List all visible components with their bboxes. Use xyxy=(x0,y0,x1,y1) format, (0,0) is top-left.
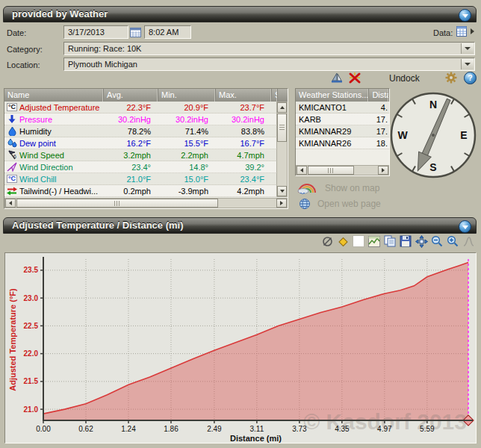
measurement-row[interactable]: °CWind Chill21.0°F15.0°F23.4°F xyxy=(4,173,288,185)
collapse-weather-button[interactable] xyxy=(459,9,471,22)
measurements-vscrollbar[interactable] xyxy=(276,102,288,197)
data-label: Data: xyxy=(433,28,453,37)
location-dropdown-button[interactable] xyxy=(461,59,474,69)
station-row[interactable]: KARB17. xyxy=(296,113,389,125)
scroll-right-button[interactable] xyxy=(276,199,287,208)
hscroll-thumb[interactable] xyxy=(308,166,354,175)
measurements-table: NameAvg.Min.Max.Sel °CAdjusted Temperatu… xyxy=(4,88,288,209)
compass-south-label: S xyxy=(429,161,436,173)
measurement-value: 0.2mph xyxy=(104,187,158,196)
station-distance: 18. xyxy=(369,139,389,148)
station-name: KARB xyxy=(296,115,369,124)
station-flag-icon xyxy=(330,72,344,84)
show-on-map-link[interactable]: Show on map xyxy=(297,182,379,194)
scroll-left-button[interactable] xyxy=(5,199,16,208)
chart-canvas[interactable]: © Kasdorf 201321.021.522.022.523.023.50.… xyxy=(4,252,477,444)
station-row[interactable]: KMICANTO14. xyxy=(296,102,389,113)
column-header-sel[interactable]: Sel xyxy=(272,89,278,102)
grip-icon xyxy=(279,125,285,131)
stations-hscrollbar[interactable] xyxy=(296,165,389,175)
undock-button[interactable]: Undock xyxy=(389,73,420,84)
marker-style-button[interactable] xyxy=(336,234,350,248)
null-series-button[interactable] xyxy=(320,234,334,248)
measurements-body: °CAdjusted Temperature22.3°F20.9°F23.7°F… xyxy=(4,102,288,197)
stations-column-header[interactable]: Weather Stations... xyxy=(296,89,369,102)
compass-west-label: W xyxy=(397,129,408,141)
svg-text:4.97: 4.97 xyxy=(377,425,392,433)
save-button[interactable] xyxy=(399,234,412,248)
measurement-row[interactable]: Wind Direction23.4°14.8°39.2° xyxy=(4,161,288,173)
svg-text:1.86: 1.86 xyxy=(164,425,179,433)
help-button[interactable]: ? xyxy=(464,72,477,84)
data-button[interactable] xyxy=(455,25,468,38)
scroll-down-button[interactable] xyxy=(277,186,287,196)
date-input[interactable]: 3/17/2013 xyxy=(63,25,128,39)
x-axis-title: Distance (mi) xyxy=(230,434,282,443)
measurement-value: 39.2° xyxy=(216,163,272,172)
vscroll-thumb[interactable] xyxy=(277,113,287,142)
stations-column-header[interactable]: Dista xyxy=(369,89,389,102)
humidity-icon xyxy=(6,126,18,136)
station-row[interactable]: KMIANNAR2618. xyxy=(296,137,389,149)
stations-header-row: Weather Stations...Dista xyxy=(296,89,389,102)
measurement-value: 23.7°F xyxy=(216,103,272,112)
measurement-name: Dew point xyxy=(19,139,56,148)
measurement-value: 30.2inHg xyxy=(158,115,216,124)
station-distance: 4. xyxy=(369,103,389,112)
web-icon xyxy=(299,198,311,210)
chart-image-button[interactable] xyxy=(367,234,381,248)
category-select[interactable]: Running: Race: 10K xyxy=(63,42,475,55)
column-header-avg[interactable]: Avg. xyxy=(104,89,158,102)
collapse-chart-button[interactable] xyxy=(459,220,471,233)
swatch-icon xyxy=(353,235,364,247)
mini-arrow-icon[interactable] xyxy=(470,28,474,34)
pan-button[interactable] xyxy=(415,234,428,248)
station-row[interactable]: KMIANNAR2917. xyxy=(296,125,389,137)
category-dropdown-button[interactable] xyxy=(461,43,474,54)
scroll-up-button[interactable] xyxy=(277,102,287,113)
copy-button[interactable] xyxy=(383,234,397,248)
column-header-max[interactable]: Max. xyxy=(216,89,272,102)
column-header-name[interactable]: Name xyxy=(4,89,104,102)
wind-chill-icon: °C xyxy=(6,175,18,183)
measurement-row[interactable]: 6Wind Speed3.2mph2.2mph4.7mph xyxy=(4,149,288,161)
zoom-in-icon xyxy=(447,235,459,247)
column-header-min[interactable]: Min. xyxy=(158,89,216,102)
measurement-row[interactable]: °CAdjusted Temperature22.3°F20.9°F23.7°F xyxy=(4,102,288,113)
y-axis-title: Adjusted Temperature (°F) xyxy=(8,288,17,391)
temperature-area-chart: © Kasdorf 201321.021.522.022.523.023.50.… xyxy=(5,253,476,443)
weather-section-titlebar: provided by Weather xyxy=(3,6,477,22)
background-color-button[interactable] xyxy=(352,234,365,248)
svg-text:4.35: 4.35 xyxy=(335,425,350,433)
measurement-row[interactable]: Tailwind(-) / Headwi...0.2mph-3.9mph4.2m… xyxy=(4,185,288,197)
measurements-hscrollbar[interactable] xyxy=(4,198,288,208)
measurement-row[interactable]: Humidity78.2%71.4%83.8% xyxy=(4,125,288,137)
add-station-button[interactable] xyxy=(330,71,344,84)
location-select[interactable]: Plymouth Michigan xyxy=(63,57,475,71)
svg-text:2.49: 2.49 xyxy=(207,425,222,433)
zoom-out-button[interactable] xyxy=(430,234,444,248)
tailwind-icon xyxy=(6,186,18,196)
measurement-value: 20.9°F xyxy=(158,103,216,112)
curve-icon xyxy=(463,236,474,247)
chevron-down-icon xyxy=(465,47,471,50)
measurement-row[interactable]: Pressure30.2inHg30.2inHg30.2inHg xyxy=(4,113,288,125)
calendar-button[interactable] xyxy=(129,26,142,38)
delete-station-button[interactable] xyxy=(348,71,361,84)
chevron-down-icon xyxy=(462,225,468,229)
open-web-page-link[interactable]: Open web page xyxy=(299,198,381,210)
measurement-name: Wind Speed xyxy=(19,151,64,160)
measurement-value: 16.2°F xyxy=(104,139,158,148)
time-input[interactable]: 8:02 AM xyxy=(144,25,191,39)
delete-station-icon xyxy=(348,72,361,84)
chart-toolbar xyxy=(320,234,475,248)
measurement-value: 30.2inHg xyxy=(216,115,272,124)
svg-text:22.5: 22.5 xyxy=(24,322,39,330)
measurement-row[interactable]: Dew point16.2°F15.5°F16.7°F xyxy=(4,137,288,149)
settings-button[interactable] xyxy=(444,71,458,84)
measurement-value: 3.2mph xyxy=(104,151,158,160)
svg-text:23.0: 23.0 xyxy=(24,294,39,302)
scroll-left-button[interactable] xyxy=(297,166,307,175)
zoom-in-button[interactable] xyxy=(446,234,459,248)
hscroll-thumb[interactable] xyxy=(16,199,218,208)
